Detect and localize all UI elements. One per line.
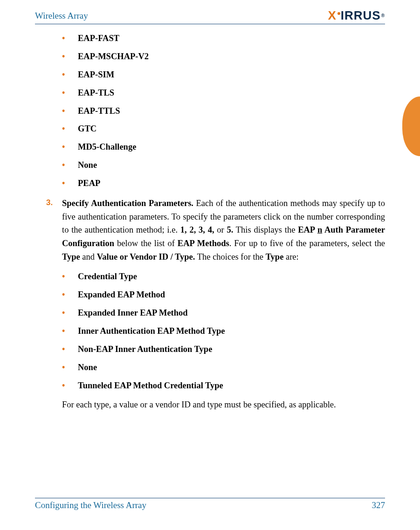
header-title: Wireless Array	[35, 11, 88, 21]
side-tab	[402, 96, 420, 156]
bullet-icon: •	[62, 32, 78, 45]
step-lead: Specify Authentication Parameters.	[62, 199, 193, 208]
list-item: • GTC	[62, 122, 385, 136]
method-label: None	[78, 158, 97, 172]
list-item: • None	[62, 361, 385, 374]
bullet-icon: •	[62, 343, 78, 356]
type-label: Expanded Inner EAP Method	[78, 306, 188, 320]
logo-x-icon: X	[328, 8, 336, 23]
method-label: MD5-Challenge	[78, 140, 136, 154]
type-label: Expanded EAP Method	[78, 288, 165, 302]
step-3: 3. Specify Authentication Parameters. Ea…	[62, 197, 385, 263]
type-label: Tunneled EAP Method Credential Type	[78, 379, 223, 392]
step-number: 3.	[46, 197, 62, 263]
footer-page-number: 327	[372, 500, 386, 510]
list-item: • Non-EAP Inner Authentication Type	[62, 343, 385, 356]
list-item: • Expanded EAP Method	[62, 288, 385, 302]
step-body: below the list of	[114, 239, 178, 248]
step-body: . For up to five of the parameters, sele…	[229, 239, 385, 248]
method-label: GTC	[78, 122, 96, 136]
step-five: 5.	[227, 225, 233, 234]
list-item: • Inner Authentication EAP Method Type	[62, 324, 385, 338]
logo-dot-icon	[337, 12, 340, 15]
type-label: Credential Type	[78, 270, 137, 283]
method-label: EAP-TTLS	[78, 104, 120, 118]
step-body: are:	[283, 252, 298, 262]
step-body: The choices for the	[195, 252, 265, 262]
bullet-icon: •	[62, 289, 78, 302]
closing-text: For each type, a value or a vendor ID an…	[62, 398, 385, 412]
list-item: • EAP-FAST	[62, 32, 385, 45]
type-label: Inner Authentication EAP Method Type	[78, 324, 225, 338]
list-item: • Expanded Inner EAP Method	[62, 306, 385, 320]
type-word: Type	[266, 252, 284, 262]
page-footer: Configuring the Wireless Array 327	[35, 498, 385, 510]
value-vendor: Value or Vendor ID / Type.	[97, 252, 195, 262]
bullet-icon: •	[62, 50, 78, 63]
bullet-icon: •	[62, 270, 78, 283]
bullet-icon: •	[62, 87, 78, 100]
bullet-icon: •	[62, 141, 78, 154]
list-item: • EAP-TTLS	[62, 104, 385, 118]
type-label: Non-EAP Inner Authentication Type	[78, 343, 212, 356]
bullet-icon: •	[62, 159, 78, 172]
list-item: • EAP-MSCHAP-V2	[62, 50, 385, 63]
bullet-icon: •	[62, 325, 78, 338]
type-list: • Credential Type • Expanded EAP Method …	[62, 270, 385, 392]
step-body: This displays the	[233, 225, 298, 234]
bullet-icon: •	[62, 307, 78, 320]
step-text: Specify Authentication Parameters. Each …	[62, 197, 385, 263]
list-item: • PEAP	[62, 177, 385, 190]
page-header: Wireless Array XIRRUS®	[35, 8, 385, 24]
list-item: • EAP-SIM	[62, 68, 385, 82]
method-label: EAP-SIM	[78, 68, 114, 82]
bullet-icon: •	[62, 177, 78, 190]
step-numbers: 1, 2, 3, 4,	[180, 225, 214, 234]
method-label: EAP-MSCHAP-V2	[78, 50, 149, 63]
method-label: EAP-FAST	[78, 32, 119, 45]
list-item: • MD5-Challenge	[62, 140, 385, 154]
logo-registered-icon: ®	[381, 13, 385, 18]
list-item: • EAP-TLS	[62, 86, 385, 100]
method-label: EAP-TLS	[78, 86, 114, 100]
type-word: Type	[62, 252, 80, 262]
step-and: and	[80, 252, 97, 262]
brand-logo: XIRRUS®	[328, 8, 385, 23]
footer-section: Configuring the Wireless Array	[35, 500, 146, 510]
list-item: • Tunneled EAP Method Credential Type	[62, 379, 385, 392]
list-item: • Credential Type	[62, 270, 385, 283]
logo-text: IRRUS	[341, 8, 381, 23]
bullet-icon: •	[62, 105, 78, 118]
eap-n-underline: n	[317, 225, 322, 234]
method-label: PEAP	[78, 177, 100, 190]
eap-methods: EAP Methods	[178, 239, 229, 248]
list-item: • None	[62, 158, 385, 172]
bullet-icon: •	[62, 361, 78, 374]
type-label: None	[78, 361, 97, 374]
bullet-icon: •	[62, 379, 78, 392]
step-or: or	[214, 225, 227, 234]
page-content: • EAP-FAST • EAP-MSCHAP-V2 • EAP-SIM • E…	[35, 32, 385, 411]
bullet-icon: •	[62, 69, 78, 82]
bullet-icon: •	[62, 123, 78, 136]
eap-method-list: • EAP-FAST • EAP-MSCHAP-V2 • EAP-SIM • E…	[62, 32, 385, 190]
